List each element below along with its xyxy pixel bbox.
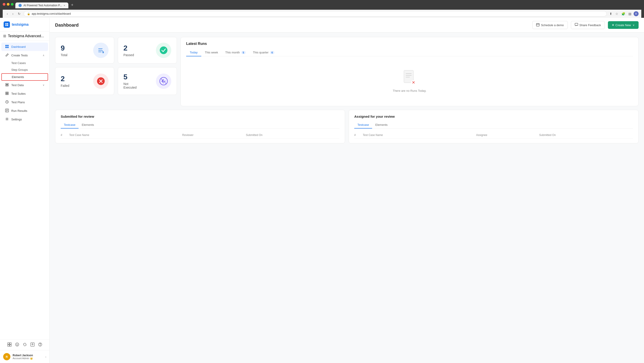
svg-point-23 — [17, 344, 18, 345]
submitted-table-header-row: # Test Case Name Reviewer Submitted On — [61, 132, 339, 139]
sidebar-nav: Dashboard Create Tests ∧ Test Cases Step… — [0, 40, 50, 340]
browser-controls: ‹ › ↻ 🔒 app.testsigma.com/ui/dashboard ⬆… — [3, 10, 641, 18]
sidebar-item-elements[interactable]: Elements — [1, 73, 48, 81]
assigned-testcase-tab[interactable]: Testcase — [354, 121, 372, 128]
settings-label: Settings — [11, 118, 22, 121]
tab-today-label: Today — [190, 51, 198, 54]
smiley-icon[interactable] — [15, 343, 19, 348]
logo-text: testsigma — [12, 22, 29, 26]
svg-point-22 — [16, 344, 17, 345]
lock-icon: 🔒 — [27, 12, 30, 15]
main-header: Dashboard Schedule a demo Share Feedback… — [50, 18, 644, 32]
main-content: Dashboard Schedule a demo Share Feedback… — [50, 18, 644, 363]
stat-info-not-executed: 5 Not Executed — [124, 73, 136, 89]
svg-rect-7 — [6, 92, 7, 93]
sidebar-item-test-suites[interactable]: Test Suites — [1, 89, 48, 98]
create-new-button[interactable]: + Create New ∨ — [608, 21, 638, 29]
submitted-testcase-tab[interactable]: Testcase — [61, 121, 78, 128]
stat-icon-not-executed — [156, 73, 171, 89]
svg-rect-18 — [10, 343, 11, 344]
svg-rect-8 — [7, 92, 8, 93]
svg-rect-4 — [6, 83, 8, 84]
assigned-col-name: Test Case Name — [363, 132, 476, 139]
svg-rect-1 — [7, 45, 8, 46]
svg-point-33 — [160, 46, 168, 54]
assigned-elements-label: Elements — [375, 123, 388, 126]
tab-close-button[interactable]: × — [64, 4, 65, 7]
assigned-col-number: # — [354, 132, 363, 139]
svg-point-16 — [6, 119, 8, 120]
back-button[interactable]: ‹ — [6, 11, 9, 16]
sidebar-user[interactable]: R Robert Jackson Account Admin 👑 › — [0, 350, 50, 363]
share-feedback-button[interactable]: Share Feedback — [571, 21, 605, 29]
no-runs-icon: ✕ — [403, 70, 416, 86]
stat-number-failed: 2 — [61, 75, 69, 83]
submitted-review-card: Submitted for review Testcase Elements # — [55, 110, 345, 143]
avatar-letter: R — [6, 355, 8, 359]
run-results-label: Run Results — [11, 109, 27, 112]
tab-this-quarter-label: This quarter — [253, 51, 268, 54]
submitted-review-tabs: Testcase Elements — [61, 121, 339, 128]
sidebar-item-test-data[interactable]: Test Data ∨ — [1, 81, 48, 89]
profile-icon[interactable]: R — [634, 11, 638, 16]
crown-icon: 👑 — [30, 357, 33, 360]
svg-rect-9 — [6, 94, 7, 95]
sidebar-item-settings[interactable]: Settings — [1, 115, 48, 124]
new-tab-button[interactable]: + — [69, 2, 75, 8]
sidebar-bottom-icons — [0, 340, 50, 350]
submitted-elements-tab[interactable]: Elements — [78, 121, 97, 128]
tab-today[interactable]: Today — [186, 49, 201, 56]
assigned-review-table: # Test Case Name Assignee Submitted On — [354, 132, 633, 139]
schedule-demo-button[interactable]: Schedule a demo — [532, 21, 568, 29]
this-month-badge: 5 — [241, 51, 246, 54]
forward-button[interactable]: › — [11, 11, 15, 16]
sidebar-item-create-tests[interactable]: Create Tests ∧ — [1, 51, 48, 59]
assigned-testcase-label: Testcase — [358, 123, 369, 126]
stat-card-failed: 2 Failed — [55, 67, 114, 95]
latest-runs-card: Latest Runs Today This week This month 5 — [180, 37, 638, 106]
extensions-icon[interactable]: 🧩 — [620, 11, 626, 16]
tab-favicon — [18, 4, 22, 7]
refresh-icon[interactable] — [23, 343, 27, 348]
svg-rect-28 — [575, 23, 578, 25]
step-groups-label: Step Groups — [11, 68, 28, 71]
tl-green[interactable] — [11, 3, 14, 6]
reload-button[interactable]: ↻ — [16, 11, 22, 16]
stat-label-passed: Passed — [124, 53, 134, 57]
active-tab[interactable]: AI Powered Test Automation P... × — [15, 2, 68, 8]
workspace-selector[interactable]: ⊞ Testsigma Advanced... — [0, 31, 50, 40]
sidebar-item-step-groups[interactable]: Step Groups — [1, 66, 48, 73]
bookmark-icon[interactable]: ☆ — [614, 11, 619, 16]
assigned-col-assignee: Assignee — [476, 132, 539, 139]
sidebar-item-run-results[interactable]: Run Results — [1, 107, 48, 115]
user-role: Account Admin 👑 — [13, 357, 43, 360]
svg-rect-10 — [7, 94, 8, 95]
submitted-col-date: Submitted On — [246, 132, 339, 139]
svg-point-21 — [15, 343, 19, 346]
share-icon[interactable]: ⬆ — [608, 11, 613, 16]
browser-actions: ⬆ ☆ 🧩 ▤ R — [608, 11, 638, 16]
upload-icon[interactable] — [30, 343, 34, 348]
tab-this-month[interactable]: This month 5 — [222, 49, 249, 56]
tab-this-quarter[interactable]: This quarter 6 — [249, 49, 278, 56]
stat-label-failed: Failed — [61, 84, 69, 87]
tl-yellow[interactable] — [7, 3, 10, 6]
submitted-testcase-label: Testcase — [64, 123, 75, 126]
tab-this-week[interactable]: This week — [201, 49, 222, 56]
address-bar[interactable]: 🔒 app.testsigma.com/ui/dashboard — [24, 11, 607, 16]
grid-bottom-icon[interactable] — [8, 343, 12, 348]
assigned-elements-tab[interactable]: Elements — [372, 121, 390, 128]
sidebar-icon[interactable]: ▤ — [628, 11, 632, 16]
chat-icon — [575, 23, 578, 27]
help-icon[interactable] — [38, 343, 42, 348]
no-runs-text: There are no Runs Today. — [393, 89, 426, 92]
elements-label: Elements — [12, 75, 24, 79]
svg-rect-2 — [6, 47, 7, 48]
sidebar: testsigma ⊞ Testsigma Advanced... Dashbo… — [0, 18, 50, 363]
assigned-table-header-row: # Test Case Name Assignee Submitted On — [354, 132, 633, 139]
sidebar-item-dashboard[interactable]: Dashboard — [1, 43, 48, 51]
sidebar-item-test-plans[interactable]: Test Plans — [1, 98, 48, 106]
tl-red[interactable] — [3, 3, 6, 6]
test-suites-icon — [5, 91, 9, 96]
sidebar-item-test-cases[interactable]: Test Cases — [1, 60, 48, 66]
